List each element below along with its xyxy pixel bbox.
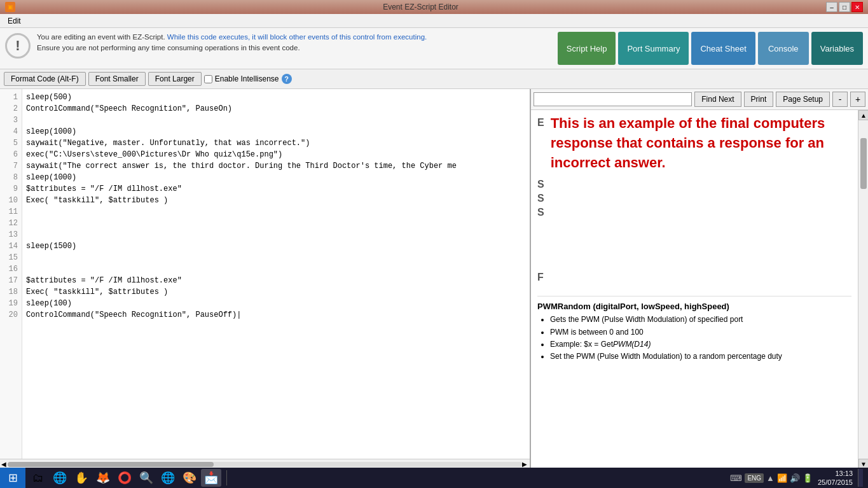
line-num-9: 9	[0, 183, 22, 195]
taskbar-ie[interactable]: 🌐	[50, 469, 70, 487]
toolbar: Format Code (Alt-F) Font Smaller Font La…	[0, 69, 868, 89]
taskbar-app3[interactable]: ✋	[71, 469, 92, 487]
language-indicator: ENG	[745, 473, 764, 483]
menu-bar: Edit	[0, 14, 868, 28]
line-num-3: 3	[0, 115, 22, 126]
top-buttons: Script Help Port Summary Cheat Sheet Con…	[558, 32, 863, 65]
line-num-14: 14	[0, 241, 22, 252]
taskbar-app8[interactable]: 🎨	[179, 469, 200, 487]
func-title: PWMRandom (digitalPort, lowSpeed, highSp…	[537, 302, 851, 311]
top-section: ! You are editing an event with EZ-Scrip…	[0, 28, 868, 69]
taskbar-firefox[interactable]: 🦊	[93, 469, 113, 487]
taskbar: ⊞ 🗂 🌐 ✋ 🦊 ⭕ 🔍 🌐 🎨 📩 ⌨ ENG ▲ 📶 🔊 🔋 13:13 …	[0, 468, 868, 488]
taskbar-app6[interactable]: 🔍	[136, 469, 156, 487]
menu-edit[interactable]: Edit	[3, 15, 26, 27]
letter-e: E	[537, 114, 544, 132]
zoom-plus-button[interactable]: +	[850, 92, 865, 107]
func-item-2: PWM is between 0 and 100	[550, 326, 851, 338]
scroll-up-button[interactable]: ▲	[858, 110, 868, 120]
func-item-4: Set the PWM (Pulse Width Modulation) to …	[550, 351, 851, 363]
warning-text: You are editing an event with EZ-Script.…	[37, 32, 551, 54]
line-num-6: 6	[0, 149, 22, 160]
title-bar: ▣ Event EZ-Script Editor – □ ✕	[0, 0, 868, 14]
variables-button[interactable]: Variables	[811, 32, 863, 65]
app-icon: ▣	[5, 2, 15, 12]
scroll-track[interactable]	[860, 122, 866, 457]
line-num-7: 7	[0, 160, 22, 172]
intellisense-label[interactable]: Enable Intellisense	[204, 74, 279, 83]
find-toolbar: Find Next Print Page Setup - +	[531, 89, 868, 110]
port-summary-button[interactable]: Port Summary	[618, 32, 689, 65]
print-button[interactable]: Print	[744, 92, 774, 107]
main-content: 1 2 3 4 5 6 7 8 9 10 11 12 13 14 15 16 1…	[0, 89, 868, 469]
show-desktop-button[interactable]	[858, 469, 863, 487]
line-num-12: 12	[0, 218, 22, 229]
cheat-sheet-button[interactable]: Cheat Sheet	[691, 32, 755, 65]
find-next-button[interactable]: Find Next	[694, 92, 741, 107]
scroll-thumb[interactable]	[860, 138, 867, 188]
line-num-11: 11	[0, 206, 22, 218]
func-list: Gets the PWM (Pulse Width Modulation) of…	[537, 314, 851, 363]
cheat-main: E This is an example of the final comput…	[531, 110, 858, 469]
line-num-8: 8	[0, 172, 22, 183]
zoom-minus-button[interactable]: -	[832, 92, 848, 107]
code-area: 1 2 3 4 5 6 7 8 9 10 11 12 13 14 15 16 1…	[0, 89, 530, 459]
find-input[interactable]	[534, 92, 692, 106]
line-num-16: 16	[0, 263, 22, 275]
taskbar-explorer[interactable]: 🗂	[28, 469, 48, 487]
font-larger-button[interactable]: Font Larger	[148, 72, 202, 86]
line-num-19: 19	[0, 298, 22, 309]
format-code-button[interactable]: Format Code (Alt-F)	[4, 72, 86, 86]
line-num-10: 10	[0, 195, 22, 206]
keyboard-icon: ⌨	[730, 473, 742, 483]
taskbar-app9[interactable]: 📩	[201, 469, 221, 487]
taskbar-right: ⌨ ENG ▲ 📶 🔊 🔋 13:13 25/07/2015	[725, 469, 868, 487]
intellisense-checkbox[interactable]	[204, 75, 212, 83]
network-icon: 📶	[777, 473, 787, 483]
windows-icon: ⊞	[8, 471, 18, 485]
start-button[interactable]: ⊞	[0, 468, 25, 488]
taskbar-clock: 13:13 25/07/2015	[818, 469, 853, 487]
cheat-sheet-panel: E This is an example of the final comput…	[531, 110, 868, 469]
code-editor: 1 2 3 4 5 6 7 8 9 10 11 12 13 14 15 16 1…	[0, 89, 531, 469]
script-help-button[interactable]: Script Help	[558, 32, 616, 65]
right-panel: Find Next Print Page Setup - + E This is…	[531, 89, 868, 469]
func-item-3: Example: $x = GetPWM(D14)	[550, 338, 851, 351]
page-setup-button[interactable]: Page Setup	[776, 92, 830, 107]
warning-line1: You are editing an event with EZ-Script.…	[37, 32, 551, 43]
code-textarea[interactable]: sleep(500) ControlCommand("Speech Recogn…	[22, 89, 530, 459]
scrollbar-track[interactable]	[8, 462, 522, 467]
line-num-4: 4	[0, 126, 22, 137]
intellisense-text: Enable Intellisense	[215, 74, 279, 83]
volume-icon[interactable]: 🔊	[790, 473, 800, 483]
info-icon[interactable]: ?	[282, 74, 292, 84]
warning-icon: !	[5, 33, 31, 59]
close-button[interactable]: ✕	[851, 2, 863, 12]
window-title: Event EZ-Script Editor	[15, 3, 826, 11]
clock-date: 25/07/2015	[818, 478, 853, 487]
taskbar-tray-icons: ⌨ ENG ▲ 📶 🔊 🔋	[730, 473, 813, 483]
vertical-scrollbar[interactable]: ▲ ▼	[858, 110, 868, 469]
restore-button[interactable]: □	[839, 2, 850, 12]
line-num-18: 18	[0, 286, 22, 298]
line-num-13: 13	[0, 229, 22, 241]
line-num-15: 15	[0, 252, 22, 263]
func-item-1: Gets the PWM (Pulse Width Modulation) of…	[550, 314, 851, 326]
battery-icon: 🔋	[803, 473, 813, 483]
line-num-1: 1	[0, 92, 22, 103]
minimize-button[interactable]: –	[826, 2, 837, 12]
line-num-17: 17	[0, 275, 22, 286]
console-button[interactable]: Console	[758, 32, 809, 65]
taskbar-apps: 🗂 🌐 ✋ 🦊 ⭕ 🔍 🌐 🎨 📩	[25, 469, 224, 487]
taskbar-app7[interactable]: 🌐	[158, 469, 178, 487]
warning-line2: Ensure you are not performing any time c…	[37, 43, 551, 53]
cheat-red-text: This is an example of the final computer…	[551, 114, 851, 172]
taskbar-divider	[226, 470, 227, 485]
taskbar-app5[interactable]: ⭕	[114, 469, 135, 487]
line-numbers: 1 2 3 4 5 6 7 8 9 10 11 12 13 14 15 16 1…	[0, 89, 22, 459]
line-num-2: 2	[0, 103, 22, 115]
arrow-up-icon[interactable]: ▲	[766, 473, 775, 483]
scrollbar-thumb[interactable]	[8, 462, 214, 467]
window-controls: – □ ✕	[826, 2, 863, 12]
font-smaller-button[interactable]: Font Smaller	[88, 72, 146, 86]
